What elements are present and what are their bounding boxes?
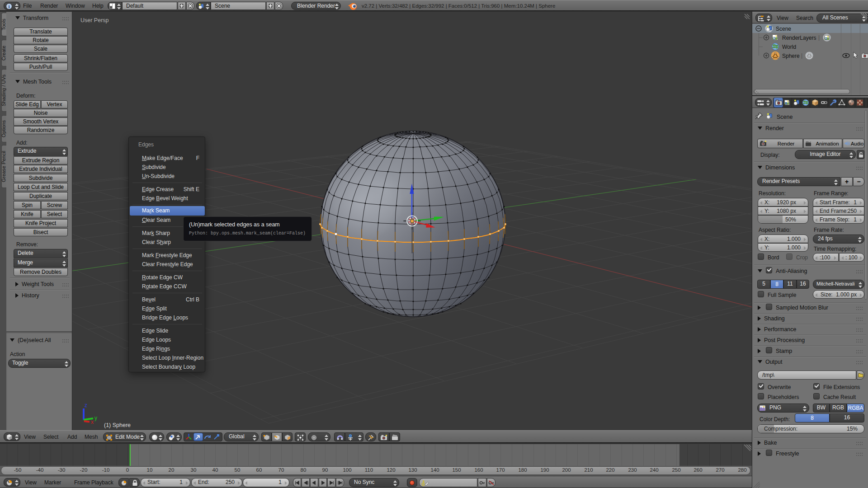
svg-text:z: z [85,402,87,408]
svg-text:(1) Sphere: (1) Sphere [104,422,131,428]
svg-text:User Persp: User Persp [80,17,109,23]
svg-text:y: y [94,415,97,421]
svg-text:i: i [8,4,9,9]
svg-text:x: x [91,419,94,425]
